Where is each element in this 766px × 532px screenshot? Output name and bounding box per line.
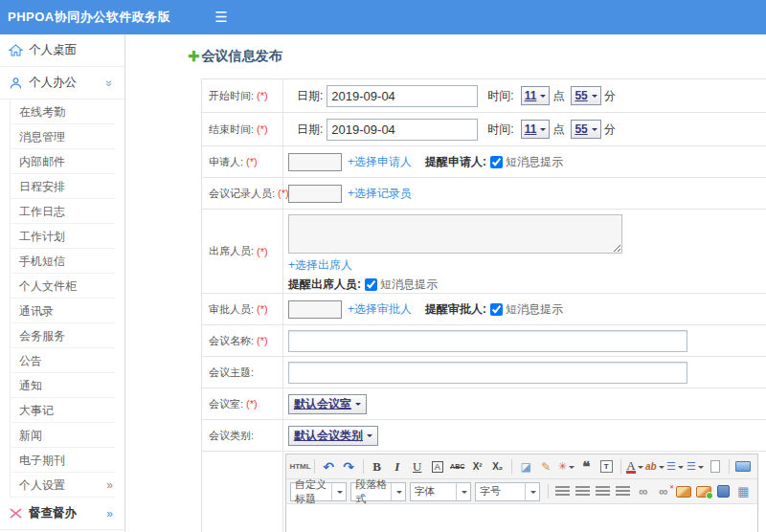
required-marker: (*) — [257, 303, 268, 315]
sidebar-item-message-management[interactable]: 消息管理 — [11, 124, 115, 149]
sidebar-item-announcement[interactable]: 公告 — [11, 348, 115, 373]
strikethrough-icon[interactable]: ABC — [448, 457, 466, 477]
meeting-name-input[interactable] — [288, 330, 687, 352]
undo-icon[interactable]: ↶ — [320, 457, 338, 477]
select-applicant-link[interactable]: +选择申请人 — [348, 154, 412, 170]
unlink-icon[interactable]: ∞ — [654, 482, 672, 501]
sms-remind-applicant-checkbox[interactable] — [490, 156, 503, 168]
align-left-icon[interactable] — [555, 486, 570, 497]
applicant-input[interactable] — [288, 153, 342, 171]
select-recorder-link[interactable]: +选择记录员 — [348, 186, 412, 202]
meeting-room-select[interactable]: 默认会议室 — [288, 394, 367, 414]
font-size-dropdown[interactable]: 字号 — [475, 482, 540, 501]
fullscreen-icon[interactable] — [735, 461, 751, 472]
sidebar-item-work-plan[interactable]: 工作计划 — [11, 224, 115, 249]
italic-icon[interactable]: I — [388, 457, 406, 477]
subscript-icon[interactable]: X₂ — [488, 457, 507, 477]
plus-icon: ✚ — [188, 48, 200, 65]
font-family-dropdown[interactable]: 字体 — [410, 482, 472, 501]
start-minute-select[interactable]: 55 — [571, 86, 600, 105]
field-label: 会议类别: — [209, 429, 254, 443]
required-marker: (*) — [257, 123, 268, 135]
page-title-text: 会议信息发布 — [202, 48, 282, 65]
paragraph-format-dropdown[interactable]: 段落格式 — [350, 482, 405, 501]
sidebar-item-personal-settings[interactable]: 个人设置 » — [11, 473, 115, 498]
new-page-icon[interactable] — [710, 460, 720, 473]
meeting-category-select[interactable]: 默认会议类别 — [288, 426, 378, 446]
unordered-list-icon[interactable]: ☰ — [687, 460, 696, 473]
bold-icon[interactable]: B — [368, 457, 386, 477]
align-center-icon[interactable] — [575, 486, 590, 497]
form-row-start-time: 开始时间:(*) 日期: 时间: 11 点 55 分 — [202, 79, 766, 113]
sidebar-item-label: 个人桌面 — [29, 42, 77, 58]
time-label: 时间: — [487, 88, 513, 104]
font-color-icon[interactable]: A — [626, 460, 635, 474]
sidebar-item-notice[interactable]: 通知 — [11, 373, 115, 398]
image-upload-icon[interactable] — [696, 486, 711, 498]
sidebar-item-e-journal[interactable]: 电子期刊 — [11, 448, 115, 473]
sidebar-item-news[interactable]: 新闻 — [11, 423, 115, 448]
select-attendees-link[interactable]: +选择出席人 — [288, 257, 352, 274]
user-icon — [8, 77, 23, 90]
sms-remind-label: 短消息提示 — [506, 301, 563, 318]
sidebar-item-online-attendance[interactable]: 在线考勤 — [11, 100, 115, 124]
editor-toolbar-row1: HTML ↶ ↷ B I U A ABC X² X₂ — [286, 454, 757, 479]
required-marker: (*) — [257, 335, 268, 346]
sidebar-item-work-log[interactable]: 工作日志 — [11, 199, 115, 224]
sidebar-item-meeting-service[interactable]: 会务服务 — [11, 323, 115, 348]
end-date-input[interactable] — [327, 119, 478, 141]
ordered-list-icon[interactable]: ☰ — [666, 460, 676, 473]
table-icon[interactable]: ▦ — [734, 482, 753, 501]
sms-remind-approver-checkbox[interactable] — [490, 303, 503, 316]
sidebar-item-schedule[interactable]: 日程安排 — [11, 174, 115, 199]
blockquote-icon[interactable]: ❝ — [577, 457, 596, 477]
quick-format-icon[interactable]: ✳ — [558, 460, 567, 473]
sidebar-item-personal-file-cabinet[interactable]: 个人文件柜 — [11, 274, 115, 299]
highlight-color-icon[interactable]: ab — [645, 461, 657, 472]
html-source-button[interactable]: HTML — [291, 457, 309, 477]
field-label: 会议主题: — [209, 366, 254, 380]
hour-unit-label: 点 — [552, 88, 564, 104]
sidebar-item-office[interactable]: 个人办公 » — [0, 67, 124, 100]
attendees-textarea[interactable] — [288, 214, 622, 254]
main-content: ✚ 会议信息发布 开始时间:(*) 日期: 时间: 11 点 55 分 结束时间… — [126, 34, 766, 532]
end-minute-select[interactable]: 55 — [571, 120, 600, 139]
editor-content[interactable] — [286, 504, 757, 532]
sidebar-item-sms[interactable]: 手机短信 — [11, 249, 115, 274]
custom-title-dropdown[interactable]: 自定义标题 — [290, 482, 347, 501]
form-row-meeting-content: HTML ↶ ↷ B I U A ABC X² X₂ — [202, 452, 766, 532]
sms-remind-attendees-checkbox[interactable] — [365, 278, 377, 291]
end-hour-select[interactable]: 11 — [521, 120, 551, 139]
approver-input[interactable] — [288, 300, 342, 319]
eraser-icon[interactable]: ◪ — [517, 457, 535, 477]
sidebar-item-desktop[interactable]: 个人桌面 — [0, 34, 124, 67]
paste-icon[interactable]: T — [600, 460, 613, 473]
form-row-approver: 审批人员:(*) +选择审批人 提醒审批人: 短消息提示 — [202, 294, 766, 325]
form-row-meeting-room: 会议室:(*) 默认会议室 — [202, 388, 766, 420]
select-approver-link[interactable]: +选择审批人 — [348, 301, 412, 318]
media-icon[interactable] — [717, 485, 730, 498]
text-style-icon[interactable]: A — [432, 461, 443, 473]
align-right-icon[interactable] — [596, 486, 610, 497]
start-hour-select[interactable]: 11 — [521, 86, 551, 105]
start-date-input[interactable] — [327, 85, 478, 107]
link-icon[interactable]: ∞ — [634, 482, 652, 501]
field-label: 出席人员: — [209, 244, 254, 258]
date-label: 日期: — [297, 88, 323, 104]
hamburger-menu-icon[interactable]: ☰ — [214, 9, 227, 26]
sidebar-item-contacts[interactable]: 通讯录 — [11, 299, 115, 323]
image-icon[interactable] — [676, 486, 691, 498]
sidebar-item-label: 个人办公 — [29, 75, 77, 91]
sidebar-item-memorabilia[interactable]: 大事记 — [11, 398, 115, 423]
meeting-topic-input[interactable] — [288, 362, 687, 384]
underline-icon[interactable]: U — [408, 457, 426, 477]
dropdown-arrow-icon — [337, 491, 343, 497]
align-justify-icon[interactable] — [616, 486, 630, 497]
redo-icon[interactable]: ↷ — [340, 457, 358, 477]
recorder-input[interactable] — [288, 185, 342, 203]
form-row-recorder: 会议记录人员:(*) +选择记录员 — [202, 178, 766, 210]
sidebar-item-supervision[interactable]: 督查督办 » — [0, 498, 124, 530]
sidebar-item-internal-mail[interactable]: 内部邮件 — [11, 149, 115, 174]
format-brush-icon[interactable]: ✎ — [537, 457, 555, 477]
superscript-icon[interactable]: X² — [468, 457, 486, 477]
